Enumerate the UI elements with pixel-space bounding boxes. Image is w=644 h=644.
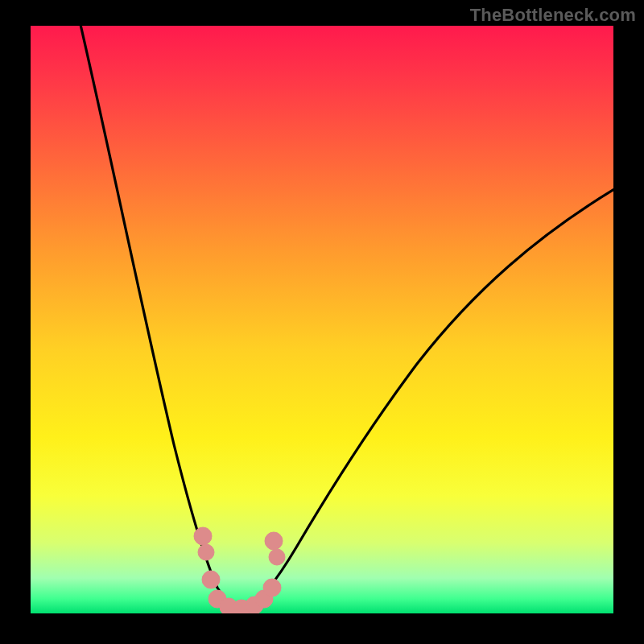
svg-point-0 bbox=[194, 527, 212, 545]
chart-frame: TheBottleneck.com bbox=[0, 0, 644, 644]
highlighted-points bbox=[194, 527, 285, 613]
watermark-text: TheBottleneck.com bbox=[470, 5, 636, 26]
svg-point-10 bbox=[269, 549, 285, 565]
curve-right-branch bbox=[246, 187, 613, 609]
svg-point-9 bbox=[265, 532, 283, 550]
svg-point-2 bbox=[202, 571, 220, 588]
plot-area bbox=[31, 26, 613, 613]
bottleneck-curves bbox=[31, 26, 613, 613]
svg-point-1 bbox=[198, 544, 214, 560]
svg-point-8 bbox=[263, 579, 281, 597]
curve-left-branch bbox=[79, 26, 237, 609]
